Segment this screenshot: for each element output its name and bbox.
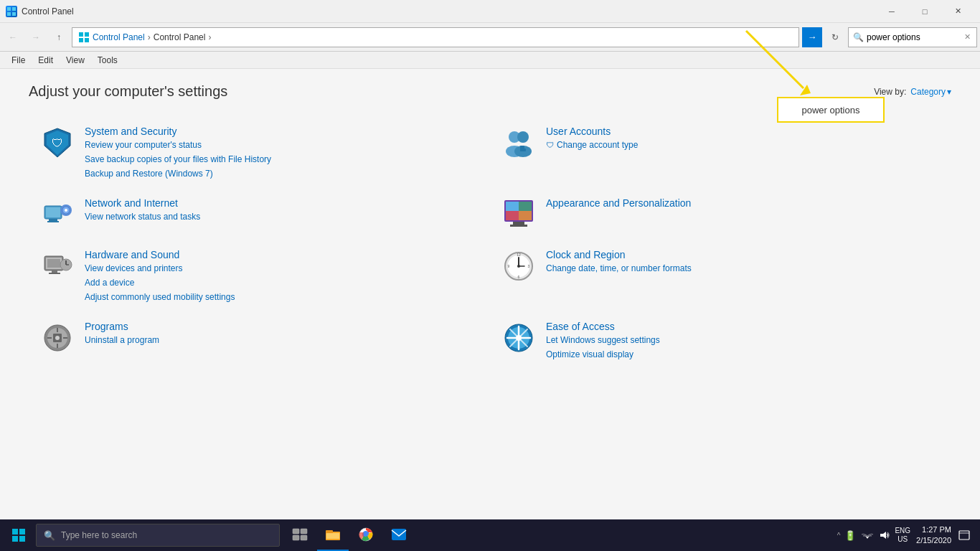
ease-access-text: Ease of Access Let Windows suggest setti… [546,321,660,361]
programs-title[interactable]: Programs [85,321,159,332]
network-text: Network and Internet View network status… [85,197,200,223]
svg-point-63 [516,335,522,341]
category-programs: Programs Uninstall a program [29,312,490,369]
ease-access-link-1[interactable]: Optimize visual display [546,348,660,361]
address-search-clear[interactable]: ✕ [963,32,972,42]
svg-rect-31 [510,225,527,227]
programs-link-0[interactable]: Uninstall a program [85,334,159,347]
clock-text: Clock and Region Change date, time, or n… [546,249,692,275]
up-button[interactable]: ↑ [49,27,69,47]
address-search-input[interactable] [867,32,960,42]
tray-volume-icon[interactable] [877,528,892,542]
minimize-button[interactable]: ─ [875,0,908,23]
system-security-link-1[interactable]: Save backup copies of your files with Fi… [85,153,271,166]
taskbar: 🔍 Type here to search [0,519,980,551]
network-title[interactable]: Network and Internet [85,197,200,209]
refresh-button[interactable]: ↻ [825,27,845,47]
svg-rect-79 [392,529,406,540]
address-search-box[interactable]: 🔍 ✕ [848,27,977,47]
system-security-link-2[interactable]: Backup and Restore (Windows 7) [85,167,271,180]
svg-rect-34 [47,259,60,268]
window-controls: ─ □ ✕ [875,0,974,23]
tray-network-icon[interactable] [860,528,875,542]
svg-point-23 [65,209,67,212]
maximize-button[interactable]: □ [908,0,941,23]
back-button[interactable]: ← [3,27,23,47]
user-accounts-icon [501,126,536,160]
svg-rect-67 [19,529,25,534]
menu-file[interactable]: File [6,54,31,67]
svg-rect-68 [12,536,18,542]
address-search-icon: 🔍 [853,32,864,42]
ease-access-link-0[interactable]: Let Windows suggest settings [546,334,660,347]
user-accounts-text: User Accounts 🛡 Change account type [546,126,638,151]
address-bar: ← → ↑ Control Panel › Control Panel › → … [0,23,980,52]
taskbar-taskview[interactable] [284,519,316,551]
ease-access-icon [501,321,536,355]
view-by-control: View by: Category ▾ [874,87,951,97]
hardware-icon [40,249,75,283]
forward-button[interactable]: → [26,27,46,47]
menu-bar: File Edit View Tools [0,52,980,69]
taskbar-mail[interactable] [383,519,415,551]
menu-edit[interactable]: Edit [32,54,59,67]
address-path[interactable]: Control Panel › Control Panel › [72,27,799,47]
user-accounts-title[interactable]: User Accounts [546,126,638,137]
clock-link-0[interactable]: Change date, time, or number formats [546,262,692,275]
menu-tools[interactable]: Tools [92,54,123,67]
system-security-link-0[interactable]: Review your computer's status [85,138,271,151]
svg-marker-80 [880,532,886,539]
svg-rect-19 [49,219,57,221]
hardware-text: Hardware and Sound View devices and prin… [85,249,235,303]
svg-rect-16 [520,149,526,151]
svg-rect-27 [506,211,519,220]
ease-access-title[interactable]: Ease of Access [546,321,660,332]
appearance-title[interactable]: Appearance and Personalization [546,197,691,209]
hardware-link-0[interactable]: View devices and printers [85,262,235,275]
svg-rect-30 [513,222,524,225]
page-title: Adjust your computer's settings [29,83,227,100]
search-go-button[interactable]: → [802,27,822,47]
taskbar-chrome[interactable] [350,519,382,551]
category-clock: 12 6 9 3 Clock and Region Change date, t… [490,240,951,312]
system-security-title[interactable]: System and Security [85,126,271,137]
svg-rect-66 [12,529,18,534]
hardware-link-2[interactable]: Adjust commonly used mobility settings [85,291,235,303]
category-hardware: Hardware and Sound View devices and prin… [29,240,490,312]
svg-rect-29 [519,211,532,220]
programs-text: Programs Uninstall a program [85,321,159,347]
view-by-dropdown[interactable]: Category ▾ [910,87,951,97]
tray-overflow[interactable]: ^ [837,532,841,540]
categories-grid: 🛡 System and Security Review your comput… [29,117,951,369]
tray-notifications[interactable] [957,528,971,542]
tray-battery-icon[interactable]: 🔋 [843,528,857,542]
svg-rect-1 [12,7,16,11]
svg-text:🛡: 🛡 [52,137,63,149]
close-button[interactable]: ✕ [941,0,974,23]
svg-rect-81 [959,531,969,540]
menu-view[interactable]: View [60,54,90,67]
user-accounts-link-0[interactable]: Change account type [557,138,638,151]
hardware-link-1[interactable]: Add a device [85,276,235,289]
tray-language[interactable]: ENGUS [895,527,910,544]
tray-datetime[interactable]: 1:27 PM 2/15/2020 [913,524,954,547]
taskbar-search-box[interactable]: 🔍 Type here to search [36,524,280,547]
window-title: Control Panel [22,6,74,17]
programs-icon [40,321,75,355]
network-link-0[interactable]: View network status and tasks [85,210,200,223]
taskbar-search-text: Type here to search [61,530,137,540]
chevron-down-icon: ▾ [947,87,951,97]
svg-rect-6 [79,38,83,42]
svg-rect-0 [7,7,11,11]
start-button[interactable] [3,519,34,551]
path-arrow: › [148,32,151,42]
main-content: Adjust your computer's settings View by:… [0,69,980,519]
clock-title[interactable]: Clock and Region [546,249,692,260]
category-user-accounts: User Accounts 🛡 Change account type [490,117,951,189]
svg-rect-70 [293,529,299,534]
appearance-icon [501,197,536,232]
svg-rect-5 [85,32,89,37]
tray-date-display: 2/15/2020 [916,535,951,546]
hardware-title[interactable]: Hardware and Sound [85,249,235,260]
taskbar-explorer[interactable] [317,519,349,551]
